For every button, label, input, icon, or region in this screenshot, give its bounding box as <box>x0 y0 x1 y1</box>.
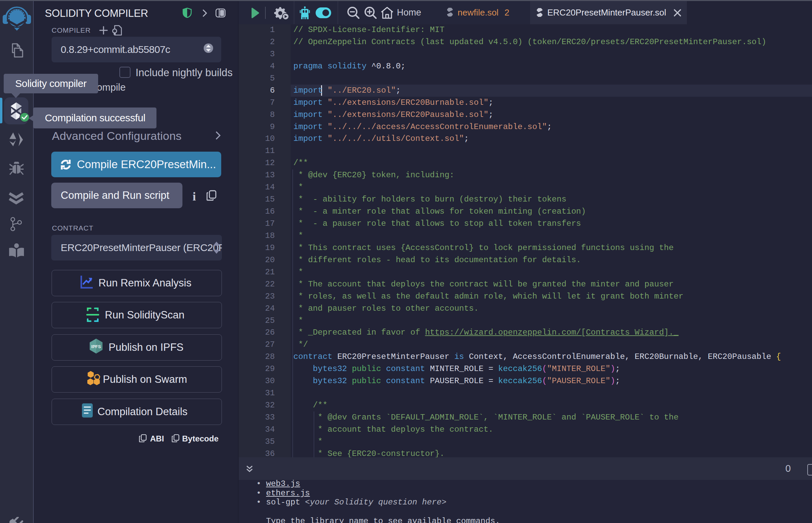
svg-text:IPFS: IPFS <box>91 344 101 349</box>
